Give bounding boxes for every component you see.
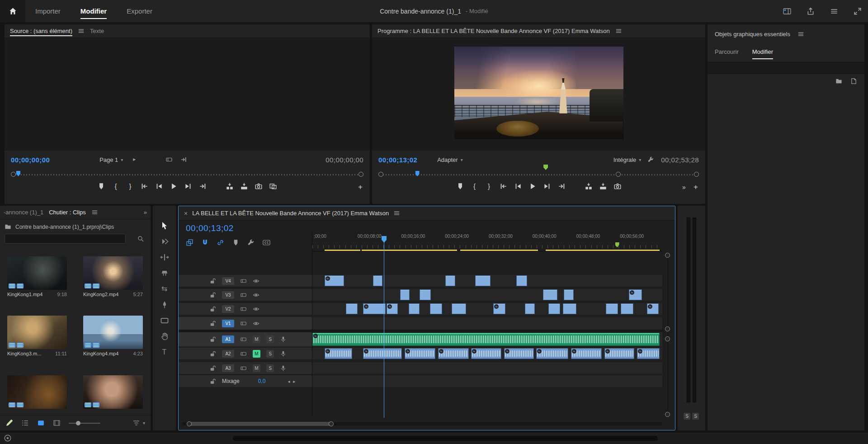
track-patch-icon[interactable] — [240, 350, 247, 357]
search-input[interactable] — [5, 234, 126, 244]
button-editor-button[interactable]: + — [356, 183, 364, 191]
timeline-clip[interactable]: fx — [493, 303, 505, 314]
track-target-badge[interactable]: A1 — [222, 335, 234, 343]
track-target-badge[interactable]: V3 — [222, 291, 234, 299]
timeline-clip[interactable]: fx — [637, 348, 660, 359]
track-patch-icon[interactable] — [240, 292, 247, 298]
add-marker-button[interactable] — [456, 182, 464, 190]
timeline-clip[interactable] — [475, 275, 491, 286]
program-scrubber[interactable] — [378, 170, 699, 179]
track-target-badge[interactable]: A2 — [222, 350, 234, 358]
more-controls-button[interactable]: » — [680, 183, 688, 191]
timeline-clip[interactable] — [606, 303, 618, 314]
track-height-handle[interactable] — [665, 326, 670, 331]
panel-menu-icon[interactable] — [393, 210, 400, 217]
timeline-clip[interactable] — [525, 303, 535, 314]
tab-modifier[interactable]: Modifier — [752, 48, 773, 59]
project-clip[interactable]: KingKong3.m...11:11 — [7, 316, 67, 362]
home-button[interactable] — [0, 0, 25, 22]
step-forward-button[interactable] — [184, 182, 192, 190]
icon-view-button[interactable] — [37, 419, 45, 427]
track-lane-v3[interactable]: fx — [312, 289, 662, 301]
page-select[interactable]: Page 1▾ — [99, 156, 123, 163]
fit-select[interactable]: Adapter▾ — [437, 156, 463, 163]
meter-solo-button[interactable]: S — [684, 413, 690, 420]
insert-button[interactable] — [226, 182, 234, 190]
project-clip[interactable]: KingKong1.mp49:18 — [7, 256, 67, 303]
fullscreen-icon[interactable] — [854, 7, 862, 15]
track-select-forward-tool[interactable] — [160, 237, 169, 246]
zoom-handle-left[interactable] — [187, 421, 192, 426]
timeline-clip[interactable]: fx — [325, 348, 353, 359]
freeform-view-button[interactable] — [53, 419, 61, 427]
go-to-in-button[interactable] — [141, 182, 149, 190]
timeline-clip[interactable]: fx — [387, 303, 397, 314]
overwrite-button[interactable] — [599, 182, 607, 190]
close-icon[interactable]: × — [184, 210, 188, 217]
project-clip[interactable]: KingKong4.mp44:23 — [83, 316, 143, 362]
timeline-clip[interactable] — [548, 303, 560, 314]
scrollbar-thumb[interactable] — [189, 422, 331, 426]
track-visibility-icon[interactable] — [253, 292, 259, 298]
scrubber-zoom-handle[interactable] — [616, 172, 621, 177]
track-lane-v1[interactable] — [312, 317, 662, 330]
mark-out-button[interactable]: } — [126, 182, 134, 190]
timeline-clip[interactable]: fx — [363, 303, 386, 314]
timeline-clip[interactable] — [445, 275, 455, 286]
project-clip[interactable] — [7, 375, 67, 415]
split-caption-icon[interactable] — [180, 156, 187, 163]
track-lock-icon[interactable] — [209, 292, 216, 298]
caption-settings-icon[interactable] — [165, 156, 173, 163]
thumbnail-zoom-slider[interactable] — [69, 423, 100, 424]
sort-icon[interactable] — [132, 419, 140, 427]
tab-texte[interactable]: Texte — [90, 24, 104, 38]
mark-in-button[interactable]: { — [112, 182, 120, 190]
timeline-clip[interactable]: fx — [604, 348, 635, 359]
scrubber-track[interactable] — [15, 174, 359, 175]
tab-parcourir[interactable]: Parcourir — [715, 48, 739, 59]
track-voiceover-icon[interactable] — [280, 350, 287, 357]
project-clip[interactable] — [83, 375, 143, 415]
playback-resolution-select[interactable]: Intégrale▾ — [613, 156, 642, 163]
vertical-scrollbar[interactable] — [665, 251, 670, 418]
source-playhead[interactable] — [16, 171, 20, 176]
track-lock-icon[interactable] — [209, 365, 216, 372]
timeline-clip[interactable] — [564, 289, 574, 300]
timeline-clip[interactable]: fx — [647, 303, 658, 314]
timeline-clip[interactable] — [400, 289, 410, 300]
source-timecode[interactable]: 00;00;00;00 — [11, 156, 50, 164]
new-item-icon[interactable] — [850, 78, 857, 85]
mark-in-button[interactable]: { — [471, 182, 479, 190]
track-mute-button[interactable]: M — [253, 335, 260, 343]
settings-wrench-icon[interactable] — [647, 156, 655, 163]
track-lock-icon[interactable] — [209, 306, 216, 312]
panel-menu-icon[interactable] — [91, 209, 98, 216]
track-voiceover-icon[interactable] — [280, 365, 287, 372]
timeline-clip[interactable] — [543, 289, 557, 300]
track-lock-icon[interactable] — [209, 320, 216, 327]
track-lock-icon[interactable] — [209, 336, 216, 343]
sequence-tab-title[interactable]: LA BELLE ET LA BÊTE Nouvelle Bande Annon… — [192, 210, 389, 217]
meter-solo-button[interactable]: S — [692, 413, 699, 420]
top-tab-exporter[interactable]: Exporter — [127, 0, 152, 22]
insert-button[interactable] — [585, 182, 593, 190]
app-menu-icon[interactable] — [830, 7, 838, 15]
track-target-badge[interactable]: V4 — [222, 277, 234, 285]
timeline-clip[interactable]: fx — [363, 348, 402, 359]
project-tab[interactable]: Chutier : Clips — [49, 209, 86, 216]
export-frame-button[interactable] — [255, 182, 263, 190]
keyframe-nav-icon[interactable]: ◂ ▸ — [288, 379, 296, 384]
next-page-icon[interactable]: ▸ — [133, 156, 140, 163]
sort-control[interactable]: ▾ — [132, 419, 145, 427]
track-patch-icon[interactable] — [240, 336, 247, 343]
timeline-clip[interactable]: fx — [325, 275, 344, 286]
zoom-handle-right[interactable] — [329, 421, 334, 426]
timeline-clip[interactable] — [516, 275, 527, 286]
timeline-clip[interactable]: fx — [312, 333, 660, 346]
timeline-playhead[interactable] — [384, 236, 384, 418]
add-marker-button[interactable] — [97, 182, 105, 190]
timeline-clip[interactable]: fx — [471, 348, 502, 359]
tab-program[interactable]: Programme : LA BELLE ET LA BÊTE Nouvelle… — [377, 24, 610, 38]
track-patch-icon[interactable] — [240, 365, 247, 372]
step-forward-button[interactable] — [543, 182, 551, 190]
